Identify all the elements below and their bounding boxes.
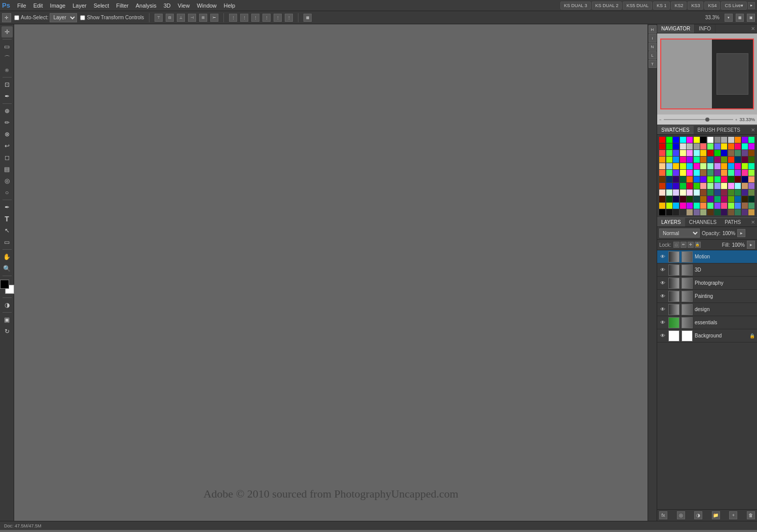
dist-vc-btn[interactable]: ⋮ [240,14,248,22]
swatch-cell-141[interactable] [666,203,672,209]
swatch-cell-134[interactable] [714,196,721,202]
swatch-cell-117[interactable] [694,189,700,196]
swatch-cell-124[interactable] [742,189,748,196]
swatch-cell-67[interactable] [735,163,741,169]
swatch-cell-163[interactable] [721,209,727,215]
swatch-cell-85[interactable] [666,176,672,182]
swatch-cell-114[interactable] [673,189,679,196]
delete-layer-btn[interactable]: 🗑 [747,511,755,519]
menu-analysis[interactable]: Analysis [133,2,160,10]
swatch-cell-54[interactable] [742,157,748,163]
swatch-cell-34[interactable] [700,150,706,156]
swatch-cell-109[interactable] [735,183,741,189]
swatch-cell-93[interactable] [721,176,727,182]
swatch-cell-28[interactable] [659,150,665,156]
swatch-cell-153[interactable] [748,203,754,209]
show-transform-input[interactable] [80,15,85,20]
swatch-cell-147[interactable] [707,203,713,209]
menu-edit[interactable]: Edit [30,2,46,10]
layer-row[interactable]: 👁design [657,303,757,316]
swatch-cell-108[interactable] [728,183,734,189]
show-transform-checkbox[interactable]: Show Transform Controls [80,15,144,20]
swatch-cell-45[interactable] [680,157,686,163]
menu-3d[interactable]: 3D [161,2,174,10]
swatch-cell-24[interactable] [728,143,734,149]
swatch-cell-110[interactable] [742,183,748,189]
swatch-cell-94[interactable] [728,176,734,182]
layer-visibility-6[interactable]: 👁 [659,332,666,339]
swatch-cell-100[interactable] [673,183,679,189]
zoom-slider[interactable] [664,119,733,120]
blur-tool[interactable]: ◎ [2,175,13,186]
zoom-out-icon[interactable]: − [659,118,662,122]
swatch-cell-1[interactable] [666,137,672,143]
swatch-cell-12[interactable] [742,137,748,143]
swatch-cell-80[interactable] [728,170,734,176]
workspace-ksdual3[interactable]: KS DUAL 3 [560,2,591,10]
swatch-cell-71[interactable] [666,170,672,176]
layer-row[interactable]: 👁3D [657,263,757,277]
swatch-cell-118[interactable] [700,189,706,196]
swatch-cell-37[interactable] [721,150,727,156]
lock-position-btn[interactable]: ✛ [688,242,694,248]
swatch-cell-36[interactable] [714,150,721,156]
swatch-cell-97[interactable] [748,176,754,182]
swatch-cell-40[interactable] [742,150,748,156]
layer-visibility-5[interactable]: 👁 [659,319,666,326]
swatch-cell-140[interactable] [659,203,665,209]
auto-select-checkbox[interactable]: Auto-Select: Layer Group [14,13,77,22]
swatch-cell-49[interactable] [707,157,713,163]
swatch-cell-81[interactable] [735,170,741,176]
dodge-tool[interactable]: ○ [2,187,13,198]
swatch-cell-125[interactable] [748,189,754,196]
swatch-cell-53[interactable] [735,157,741,163]
tab-info[interactable]: INFO [695,24,715,33]
swatch-cell-4[interactable] [687,137,693,143]
dist-left-btn[interactable]: ⋮ [262,14,271,22]
fill-arrow[interactable]: ▸ [747,241,755,249]
swatch-cell-39[interactable] [735,150,741,156]
swatch-cell-48[interactable] [700,157,706,163]
swatch-cell-160[interactable] [700,209,706,215]
lock-all-btn[interactable]: 🔒 [695,242,701,248]
add-style-btn[interactable]: fx [659,511,667,519]
swatch-cell-68[interactable] [742,163,748,169]
zoom-tool[interactable]: 🔍 [2,263,13,274]
swatch-cell-135[interactable] [721,196,727,202]
swatch-cell-79[interactable] [721,170,727,176]
swatch-cell-86[interactable] [673,176,679,182]
swatch-cell-126[interactable] [659,196,665,202]
workspace-ks5dual[interactable]: KS5 DUAL [623,2,652,10]
foreground-color[interactable] [0,280,9,289]
swatch-cell-43[interactable] [666,157,672,163]
swatch-cell-52[interactable] [728,157,734,163]
tab-channels[interactable]: CHANNELS [685,218,721,226]
workspace-ks2[interactable]: KS2 [671,2,687,10]
swatch-cell-146[interactable] [700,203,706,209]
swatch-cell-11[interactable] [735,137,741,143]
swatch-cell-8[interactable] [714,137,721,143]
swatch-cell-145[interactable] [694,203,700,209]
dist-hc-btn[interactable]: ⋮ [274,14,282,22]
menu-help[interactable]: Help [221,2,239,10]
swatch-cell-101[interactable] [680,183,686,189]
layer-visibility-0[interactable]: 👁 [659,253,666,260]
mini-nav-btn[interactable]: N [649,43,657,51]
align-hc-btn[interactable]: ⊞ [199,14,207,22]
auto-select-input[interactable] [14,15,19,20]
swatch-cell-129[interactable] [680,196,686,202]
swatch-cell-111[interactable] [748,183,754,189]
tab-swatches[interactable]: SWATCHES [657,126,694,134]
swatch-cell-157[interactable] [680,209,686,215]
swatch-cell-41[interactable] [748,150,754,156]
swatch-cell-99[interactable] [666,183,672,189]
align-right-btn[interactable]: ⊢ [210,14,218,22]
screen-mode-btn[interactable]: ▣ [2,314,13,325]
mini-layers-btn[interactable]: L [649,51,657,59]
move-tool[interactable]: ✛ [2,26,13,37]
opacity-arrow[interactable]: ▸ [737,229,745,237]
pen-tool[interactable]: ✒ [2,202,13,213]
workspace-ks4[interactable]: KS4 [704,2,720,10]
swatch-cell-136[interactable] [728,196,734,202]
swatch-cell-25[interactable] [735,143,741,149]
